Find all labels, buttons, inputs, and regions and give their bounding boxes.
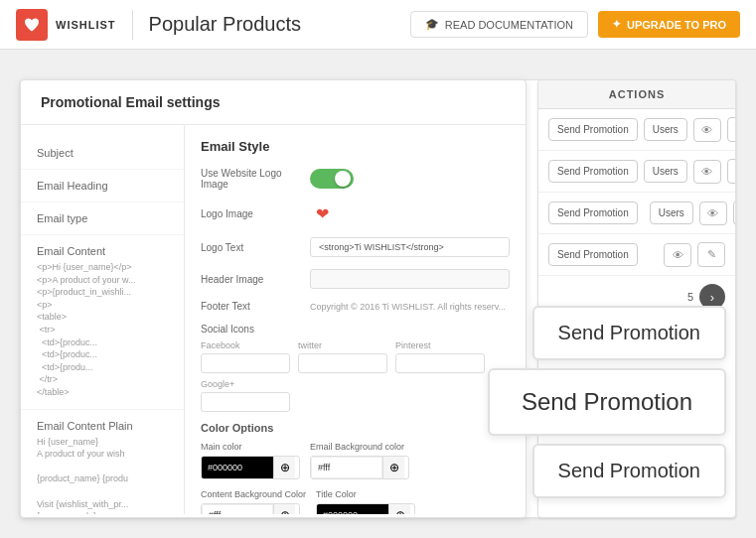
edit-button-3[interactable]: ✎ [733, 201, 736, 225]
social-row-2: Google+ [201, 379, 510, 412]
content-bg-color-item: Content Background Color #fff ⊕ [201, 489, 306, 514]
upgrade-label: UPGRADE TO PRO [627, 19, 726, 31]
graduation-icon: 🎓 [425, 18, 439, 31]
social-icons-label: Social Icons [201, 324, 510, 335]
google-group: Google+ [201, 379, 290, 412]
facebook-input[interactable] [201, 353, 290, 373]
send-promotion-button-2[interactable]: Send Promotion [548, 160, 638, 183]
star-icon: ✦ [612, 18, 621, 31]
send-promotion-button-1[interactable]: Send Promotion [548, 118, 638, 141]
sidebar-item-email-content[interactable]: Email Content <p>Hi {user_name}</p> <p>A… [21, 235, 184, 410]
action-row-3: Send Promotion Users 👁 ✎ [538, 193, 735, 234]
toggle-knob [335, 171, 351, 187]
email-bg-color-picker-btn[interactable]: ⊕ [382, 457, 404, 478]
color-options-title: Color Options [201, 422, 510, 434]
title-color-picker-btn[interactable]: ⊕ [388, 504, 410, 514]
subject-label: Subject [37, 147, 168, 159]
twitter-input[interactable] [298, 353, 387, 373]
upgrade-button[interactable]: ✦ UPGRADE TO PRO [598, 11, 740, 38]
footer-text-label: Footer Text [201, 301, 300, 312]
edit-button-2[interactable]: ✎ [727, 159, 736, 184]
eye-button-4[interactable]: 👁 [664, 243, 691, 267]
main-color-value: #000000 [208, 463, 242, 472]
google-input[interactable] [201, 392, 290, 412]
title-color-label: Title Color [316, 489, 415, 499]
logo-text-input[interactable] [310, 237, 510, 257]
email-heading-label: Email Heading [37, 180, 168, 192]
main-area: SEARCH BY PRODUCT ACTIONS Send Promotion… [0, 50, 756, 538]
toggle-background [310, 169, 354, 189]
twitter-label: twitter [298, 340, 387, 350]
docs-label: READ DOCUMENTATION [445, 19, 573, 31]
content-bg-color-picker-btn[interactable]: ⊕ [273, 504, 295, 514]
email-content-label: Email Content [37, 245, 168, 257]
use-logo-label: Use Website Logo Image [201, 168, 300, 190]
email-content-plain-preview: Hi {user_name} A product of your wish {p… [37, 436, 168, 514]
color-grid: Main color #000000 ⊕ Email Background co… [201, 442, 510, 514]
sidebar-item-subject[interactable]: Subject [21, 137, 184, 170]
email-bg-color-label: Email Background color [310, 442, 409, 452]
edit-button-1[interactable]: ✎ [727, 117, 736, 142]
google-label: Google+ [201, 379, 290, 389]
send-promotion-overlay-bottom[interactable]: Send Promotion [532, 444, 726, 498]
email-content-plain-label: Email Content Plain [37, 420, 168, 432]
footer-text-row: Footer Text Copyright © 2016 Ti WISHLIST… [201, 301, 510, 312]
actions-header: ACTIONS [538, 80, 735, 109]
send-promotion-button-3[interactable]: Send Promotion [548, 202, 638, 224]
read-docs-button[interactable]: 🎓 READ DOCUMENTATION [410, 11, 588, 38]
email-bg-color-value: #fff [318, 463, 330, 472]
email-style-title: Email Style [201, 139, 510, 154]
content-bg-color-label: Content Background Color [201, 489, 306, 499]
header-image-row: Header Image [201, 269, 510, 289]
email-type-label: Email type [37, 212, 168, 224]
logo-area: WISHLIST [16, 9, 116, 41]
header: WISHLIST Popular Products 🎓 READ DOCUMEN… [0, 0, 756, 50]
promo-right-panel: Email Style Use Website Logo Image Logo … [185, 125, 526, 514]
eye-button-3[interactable]: 👁 [699, 202, 727, 225]
main-color-input: #000000 ⊕ [201, 456, 300, 479]
content-bg-color-swatch: #fff [202, 504, 273, 514]
users-button-3[interactable]: Users [650, 202, 693, 224]
main-color-item: Main color #000000 ⊕ [201, 442, 300, 479]
users-button-2[interactable]: Users [644, 160, 687, 183]
social-row-1: Facebook twitter Pinterest [201, 340, 510, 373]
logo-text-label: Logo Text [201, 242, 300, 253]
sidebar-item-email-type[interactable]: Email type [21, 202, 184, 235]
use-logo-row: Use Website Logo Image [201, 168, 510, 190]
promo-card-title: Promotional Email settings [21, 80, 526, 125]
logo-image-label: Logo Image [201, 208, 300, 219]
sidebar-item-email-content-plain[interactable]: Email Content Plain Hi {user_name} A pro… [21, 410, 184, 514]
logo-text: WISHLIST [56, 19, 116, 31]
header-image-field [310, 269, 510, 289]
action-row-4: Send Promotion 👁 ✎ [538, 234, 735, 276]
action-row-1: Send Promotion Users 👁 ✎ [538, 109, 735, 151]
logo-image-row: Logo Image ❤ [201, 202, 510, 225]
send-promotion-overlay-top[interactable]: Send Promotion [532, 306, 726, 360]
use-logo-toggle[interactable] [310, 169, 354, 189]
email-bg-color-item: Email Background color #fff ⊕ [310, 442, 409, 479]
eye-button-1[interactable]: 👁 [693, 118, 721, 142]
email-bg-color-input: #fff ⊕ [310, 456, 409, 479]
title-color-swatch: #000000 [317, 504, 388, 514]
pinterest-input[interactable] [395, 353, 485, 373]
action-row-2: Send Promotion Users 👁 ✎ [538, 151, 735, 193]
edit-button-4[interactable]: ✎ [697, 242, 725, 267]
title-color-value: #000000 [323, 510, 358, 514]
heart-logo-icon: ❤ [310, 202, 334, 225]
users-button-1[interactable]: Users [644, 118, 687, 141]
main-color-picker-btn[interactable]: ⊕ [273, 457, 295, 478]
main-color-swatch: #000000 [202, 457, 273, 478]
send-promotion-overlay-middle[interactable]: Send Promotion [488, 368, 726, 436]
color-options-section: Color Options Main color #000000 ⊕ [201, 422, 510, 514]
email-bg-color-swatch: #fff [311, 457, 382, 478]
facebook-label: Facebook [201, 340, 290, 350]
send-promotion-button-4[interactable]: Send Promotion [548, 243, 638, 266]
main-color-label: Main color [201, 442, 300, 452]
eye-button-2[interactable]: 👁 [693, 160, 721, 184]
pinterest-group: Pinterest [395, 340, 485, 373]
page-title: Popular Products [149, 13, 301, 36]
sidebar-item-email-heading[interactable]: Email Heading [21, 170, 184, 202]
page-count: 5 [687, 291, 693, 303]
content-bg-color-input: #fff ⊕ [201, 503, 300, 514]
title-color-input: #000000 ⊕ [316, 503, 415, 514]
